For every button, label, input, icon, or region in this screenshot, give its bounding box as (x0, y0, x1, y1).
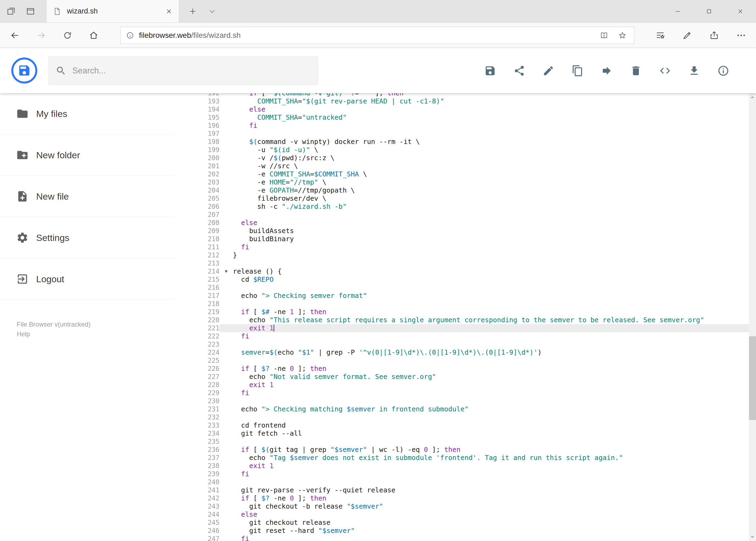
save-button[interactable] (484, 65, 496, 77)
set-tabs-aside-icon[interactable] (6, 7, 16, 16)
code-line[interactable]: 222 fi (174, 332, 749, 340)
code-line[interactable]: 192 if [ "$(command -v git)" != "" ]; th… (174, 93, 749, 97)
address-field[interactable]: filebrowser.web/files/wizard.sh (121, 27, 634, 44)
code-line[interactable]: 234 git fetch --all (174, 429, 749, 437)
fold-marker-icon[interactable]: ▼ (219, 268, 233, 275)
help-link[interactable]: Help (17, 329, 91, 339)
reading-view-icon[interactable] (600, 31, 609, 40)
code-line[interactable]: 247 fi (174, 535, 749, 541)
tab-close-icon[interactable] (165, 8, 172, 15)
site-info-icon[interactable] (126, 31, 134, 39)
code-line[interactable]: 201 -w //src \ (174, 162, 749, 170)
code-line[interactable]: 216 (174, 283, 749, 292)
code-line[interactable]: 245 git checkout release (174, 519, 749, 527)
scroll-down-arrow-icon[interactable] (749, 532, 756, 541)
code-line[interactable]: 240 (174, 478, 749, 486)
app-logo[interactable] (11, 58, 37, 84)
code-line[interactable]: 209 buildAssets (174, 227, 749, 235)
code-line[interactable]: 237 echo "Tag $semver does not exist in … (174, 454, 749, 462)
search-box[interactable] (48, 56, 318, 85)
code-line[interactable]: 200 -v /$(pwd):/src:z \ (174, 154, 749, 162)
code-line[interactable]: 229 fi (174, 389, 749, 397)
code-line[interactable]: 211 fi (174, 243, 749, 251)
code-line[interactable]: 236 if [ $(git tag | grep "$semver" | wc… (174, 446, 749, 454)
forward-button[interactable] (36, 31, 46, 40)
code-line[interactable]: 224 semver=$(echo "$1" | grep -P '^v(0|[… (174, 348, 749, 356)
download-button[interactable] (688, 65, 700, 77)
code-line[interactable]: 210 buildBinary (174, 235, 749, 243)
sidebar-item-my-files[interactable]: My files (0, 93, 174, 135)
scrollbar-thumb[interactable] (749, 336, 756, 420)
code-line[interactable]: 228 exit 1 (174, 381, 749, 389)
move-button[interactable] (601, 65, 613, 77)
code-line[interactable]: 199 -u "$(id -u)" \ (174, 146, 749, 154)
code-line[interactable]: 244 else (174, 510, 749, 519)
code-line[interactable]: 215 cd $REPO (174, 275, 749, 283)
favorite-star-icon[interactable] (618, 31, 627, 40)
code-line[interactable]: 220 echo "This release script requires a… (174, 316, 749, 324)
code-line[interactable]: 195 COMMIT_SHA="untracked" (174, 114, 749, 122)
sidebar-item-new-folder[interactable]: New folder (0, 135, 174, 176)
scroll-up-arrow-icon[interactable] (749, 93, 756, 102)
vertical-scrollbar[interactable] (749, 93, 756, 541)
info-button[interactable] (717, 65, 729, 77)
code-line[interactable]: 204 -e GOPATH=//tmp/gopath \ (174, 186, 749, 195)
code-line[interactable]: 212} (174, 251, 749, 259)
sidebar-item-new-file[interactable]: New file (0, 176, 174, 217)
code-line[interactable]: 235 (174, 437, 749, 446)
share-icon[interactable] (709, 30, 719, 41)
code-line[interactable]: 232 (174, 413, 749, 421)
code-line[interactable]: 219 if [ $# -ne 1 ]; then (174, 308, 749, 316)
code-line[interactable]: 242 if [ $? -ne 0 ]; then (174, 494, 749, 502)
code-line[interactable]: 243 git checkout -b release "$semver" (174, 502, 749, 510)
sidebar-item-logout[interactable]: Logout (0, 259, 174, 300)
code-line[interactable]: 206 sh -c "./wizard.sh -b" (174, 203, 749, 211)
minimize-button[interactable] (662, 0, 693, 22)
refresh-button[interactable] (63, 31, 72, 40)
code-line[interactable]: 203 -e HOME="//tmp" \ (174, 178, 749, 186)
code-line[interactable]: 205 filebrowser/dev \ (174, 195, 749, 203)
hub-favorites-icon[interactable] (655, 30, 665, 41)
code-line[interactable]: 214▼release () { (174, 268, 749, 275)
code-line[interactable]: 213 (174, 259, 749, 268)
code-line[interactable]: 221 exit 1 (174, 324, 749, 332)
code-line[interactable]: 218 (174, 300, 749, 308)
code-line[interactable]: 194 else (174, 105, 749, 114)
sidebar-item-settings[interactable]: Settings (0, 217, 174, 259)
code-line[interactable]: 230 (174, 397, 749, 405)
code-line[interactable]: 207 (174, 211, 749, 219)
code-line[interactable]: 208 else (174, 219, 749, 227)
copy-button[interactable] (572, 65, 584, 77)
back-button[interactable] (10, 31, 20, 40)
home-button[interactable] (89, 31, 99, 40)
more-options-icon[interactable] (736, 30, 746, 41)
share-button[interactable] (513, 65, 525, 77)
code-line[interactable]: 198 $(command -v winpty) docker run --rm… (174, 138, 749, 146)
code-line[interactable]: 233 cd frontend (174, 421, 749, 429)
web-notes-pen-icon[interactable] (682, 30, 692, 41)
code-editor[interactable]: 192 if [ "$(command -v git)" != "" ]; th… (174, 93, 749, 541)
search-input[interactable] (72, 66, 311, 76)
code-line[interactable]: 196 fi (174, 122, 749, 130)
tab-preview-chevron-icon[interactable] (206, 5, 219, 18)
code-line[interactable]: 202 -e COMMIT_SHA=$COMMIT_SHA \ (174, 170, 749, 178)
maximize-button[interactable] (693, 0, 725, 22)
code-line[interactable]: 223 (174, 340, 749, 348)
delete-button[interactable] (630, 65, 642, 77)
code-line[interactable]: 193 COMMIT_SHA="$(git rev-parse HEAD | c… (174, 97, 749, 105)
close-window-button[interactable] (725, 0, 756, 22)
code-line[interactable]: 225 (174, 356, 749, 365)
code-line[interactable]: 238 exit 1 (174, 462, 749, 470)
code-line[interactable]: 241 git rev-parse --verify --quiet relea… (174, 486, 749, 494)
code-line[interactable]: 197 (174, 130, 749, 138)
code-line[interactable]: 226 if [ $? -ne 0 ]; then (174, 365, 749, 373)
rename-button[interactable] (543, 65, 554, 77)
code-line[interactable]: 246 git reset --hard "$semver" (174, 527, 749, 535)
tab-preview-icon[interactable] (26, 7, 35, 16)
code-line[interactable]: 231 echo "> Checking matching $semver in… (174, 405, 749, 413)
code-line[interactable]: 227 echo "Not valid semver format. See s… (174, 373, 749, 381)
raw-view-button[interactable] (659, 65, 671, 77)
code-line[interactable]: 217 echo "> Checking semver format" (174, 292, 749, 300)
code-line[interactable]: 239 fi (174, 470, 749, 478)
new-tab-button[interactable] (186, 5, 199, 18)
